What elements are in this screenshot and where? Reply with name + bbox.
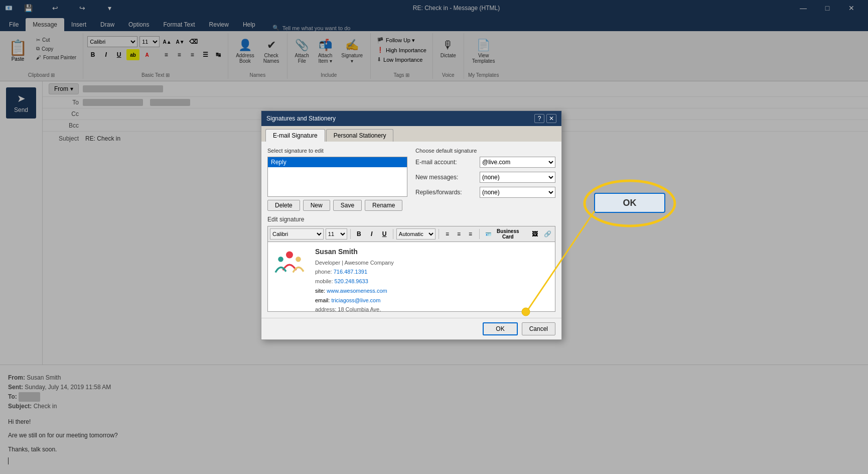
sig-title: Developer | Awesome Company: [315, 258, 394, 268]
edit-color-select[interactable]: Automatic: [396, 228, 436, 240]
edit-bold-btn[interactable]: B: [354, 228, 364, 240]
toolbar-separator-2: [393, 229, 393, 239]
address-value: 18 Columbia Ave.: [338, 306, 381, 312]
new-messages-label: New messages:: [415, 174, 476, 181]
replies-select[interactable]: (none): [480, 187, 555, 198]
sig-site-row: site: www.awesomeness.com: [315, 286, 394, 296]
email-account-select[interactable]: @live.com: [480, 157, 555, 168]
sig-info: Susan Smith Developer | Awesome Company …: [315, 246, 394, 312]
sig-content: Susan Smith Developer | Awesome Company …: [272, 246, 551, 312]
edit-toolbar: Calibri 11 B I U Automatic ≡ ≡ ≡: [267, 226, 555, 242]
sig-action-buttons: Delete New Save Rename: [267, 200, 407, 211]
edit-sig-section: Edit signature Calibri 11 B I U Automati…: [267, 216, 555, 312]
sig-name: Susan Smith: [315, 246, 394, 258]
logo-head: [286, 252, 293, 259]
business-card-label: Business Card: [491, 228, 525, 240]
edit-align-right-btn[interactable]: ≡: [465, 228, 476, 240]
new-messages-select[interactable]: (none): [480, 172, 555, 183]
default-sig-section: Choose default signature E-mail account:…: [415, 148, 555, 211]
business-card-icon: 🪪: [485, 231, 491, 237]
insert-image-btn[interactable]: 🖼: [529, 228, 540, 240]
signatures-dialog: Signatures and Stationery ? ✕ E-mail Sig…: [261, 110, 562, 340]
sig-address-row: address: 18 Columbia Ave.: [315, 305, 394, 312]
new-button[interactable]: New: [303, 200, 330, 211]
mobile-link[interactable]: 520.248.9633: [335, 278, 368, 284]
dialog-footer: OK Cancel: [261, 318, 561, 339]
edit-size-select[interactable]: 11: [326, 228, 347, 240]
signature-editor[interactable]: Susan Smith Developer | Awesome Company …: [267, 242, 555, 312]
business-card-btn[interactable]: 🪪 Business Card: [483, 228, 528, 240]
logo-body-green: [275, 267, 286, 272]
edit-underline-btn[interactable]: U: [379, 228, 389, 240]
logo-head-yellow: [296, 257, 301, 262]
edit-align-left-btn[interactable]: ≡: [442, 228, 453, 240]
toolbar-separator-3: [439, 229, 439, 239]
logo-head-green: [278, 257, 283, 262]
tab-personal-stationery[interactable]: Personal Stationery: [326, 129, 394, 142]
sig-list-item-reply[interactable]: Reply: [268, 157, 407, 167]
email-account-row: E-mail account: @live.com: [415, 157, 555, 168]
sig-logo: [272, 246, 307, 281]
phone-link[interactable]: 716.487.1391: [334, 269, 367, 275]
toolbar-separator-4: [479, 229, 480, 239]
sig-email-row: email: triciagoss@live.com: [315, 296, 394, 305]
dialog-title-bar: Signatures and Stationery ? ✕: [261, 111, 561, 126]
default-sig-title: Choose default signature: [415, 148, 555, 154]
email-account-label: E-mail account:: [415, 159, 476, 166]
dialog-content: Select signature to edit Reply Delete Ne…: [261, 142, 561, 318]
new-messages-row: New messages: (none): [415, 172, 555, 183]
dialog-close-btn[interactable]: ✕: [546, 114, 556, 123]
edit-font-select[interactable]: Calibri: [270, 228, 324, 240]
sig-phone-row: phone: 716.487.1391: [315, 267, 394, 277]
insert-hyperlink-btn[interactable]: 🔗: [542, 228, 553, 240]
top-row: Select signature to edit Reply Delete Ne…: [267, 148, 555, 211]
signature-listbox[interactable]: Reply: [267, 157, 407, 197]
email-link[interactable]: triciagoss@live.com: [331, 297, 380, 303]
dialog-cancel-button[interactable]: Cancel: [522, 322, 555, 335]
site-label: site:: [315, 288, 325, 294]
replies-row: Replies/forwards: (none): [415, 187, 555, 198]
phone-label: phone:: [315, 269, 332, 275]
mobile-label: mobile:: [315, 278, 333, 284]
dialog-help-btn[interactable]: ?: [534, 114, 544, 123]
delete-button[interactable]: Delete: [267, 200, 300, 211]
edit-align-center-btn[interactable]: ≡: [454, 228, 465, 240]
dialog-title-text: Signatures and Stationery: [266, 115, 336, 122]
tab-email-signature[interactable]: E-mail Signature: [265, 129, 325, 142]
site-link[interactable]: www.awesomeness.com: [327, 288, 387, 294]
select-sig-title: Select signature to edit: [267, 148, 407, 154]
dialog-tab-bar: E-mail Signature Personal Stationery: [261, 126, 561, 142]
toolbar-separator-1: [350, 229, 351, 239]
align-buttons: ≡ ≡ ≡: [442, 228, 476, 240]
edit-italic-btn[interactable]: I: [366, 228, 377, 240]
sig-mobile-row: mobile: 520.248.9633: [315, 277, 394, 286]
replies-label: Replies/forwards:: [415, 189, 476, 196]
save-button[interactable]: Save: [333, 200, 362, 211]
email-label-sig: email:: [315, 297, 330, 303]
address-label: address:: [315, 306, 336, 312]
edit-sig-label: Edit signature: [267, 216, 555, 223]
company-logo-svg: [272, 246, 307, 281]
dialog-ok-button[interactable]: OK: [483, 322, 517, 335]
select-sig-section: Select signature to edit Reply Delete Ne…: [267, 148, 407, 211]
rename-button[interactable]: Rename: [365, 200, 402, 211]
dialog-title-buttons: ? ✕: [534, 114, 556, 123]
